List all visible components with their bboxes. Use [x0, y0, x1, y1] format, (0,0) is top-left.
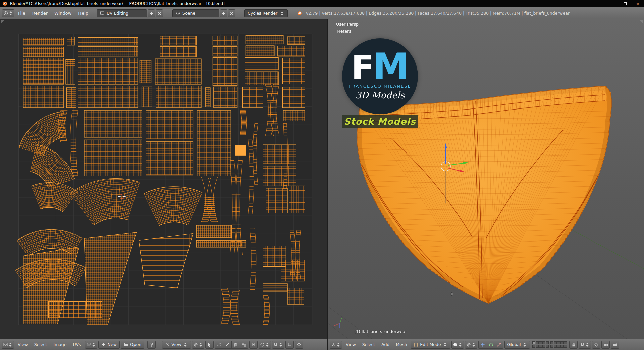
menu-file[interactable]: File: [15, 7, 29, 19]
layer-toggle[interactable]: [536, 341, 539, 344]
scene-selector[interactable]: Scene: [172, 9, 219, 17]
uv-display-label: View: [171, 342, 181, 347]
editor-type-button-info[interactable]: [2, 9, 14, 17]
sticky-select-toggle[interactable]: [249, 341, 258, 349]
layer-toggle[interactable]: [560, 345, 564, 348]
layer-toggle[interactable]: [550, 345, 553, 348]
uv-snap-toggle[interactable]: [272, 341, 284, 349]
opengl-render-anim-button[interactable]: [611, 341, 619, 349]
add-layout-button[interactable]: [148, 9, 155, 17]
manipulator-translate-toggle[interactable]: [478, 341, 487, 349]
shading-sphere-icon: [453, 342, 458, 347]
area-corner-widget[interactable]: [640, 20, 643, 24]
uv-pivot-dropdown[interactable]: [192, 341, 204, 349]
menu-render[interactable]: Render: [29, 7, 51, 19]
editor-type-button-3d[interactable]: [330, 341, 342, 349]
updown-arrows-icon: [280, 11, 284, 16]
opengl-render-image-button[interactable]: [601, 341, 610, 349]
close-button[interactable]: ×: [631, 0, 644, 7]
manipulator-scale-toggle[interactable]: [495, 341, 503, 349]
uv-snap-element-button[interactable]: [285, 341, 294, 349]
plus-icon: [221, 11, 226, 16]
minimize-button[interactable]: [606, 0, 619, 7]
uv-draw-other-objects-toggle[interactable]: [295, 341, 303, 349]
layer-toggle[interactable]: [560, 341, 564, 344]
layer-toggle[interactable]: [532, 345, 535, 348]
proportional-edit-dropdown[interactable]: [259, 341, 271, 349]
add-scene-button[interactable]: [220, 9, 227, 17]
pivot-center-icon: [193, 342, 198, 347]
magnet-icon: [580, 342, 585, 347]
uv-menu-view[interactable]: View: [15, 339, 31, 350]
render-engine-selector[interactable]: Cycles Render: [244, 9, 288, 17]
uv-image-editor: [0, 19, 327, 339]
lock-to-scene-toggle[interactable]: [569, 341, 578, 349]
plus-icon: [101, 342, 106, 347]
title-bar: Blender* [C:\Users\franc\Desktop\flat_br…: [0, 0, 644, 7]
layers-widget[interactable]: [532, 341, 567, 348]
select-vertex-mode-button[interactable]: [215, 341, 223, 349]
layer-toggle[interactable]: [532, 341, 535, 344]
layer-toggle[interactable]: [539, 341, 542, 344]
layer-toggle[interactable]: [554, 341, 557, 344]
menu-help[interactable]: Help: [75, 7, 91, 19]
select-face-mode-button[interactable]: [231, 341, 240, 349]
plus-icon: [149, 11, 154, 16]
manipulator-rotate-toggle[interactable]: [487, 341, 495, 349]
uv-menu-uvs[interactable]: UVs: [70, 339, 84, 350]
screen-layout-icon: [100, 11, 105, 16]
layer-toggle[interactable]: [554, 345, 557, 348]
select-edge-mode-button[interactable]: [223, 341, 231, 349]
area-corner-widget[interactable]: [1, 20, 4, 24]
layer-toggle[interactable]: [546, 345, 549, 348]
mode-dropdown[interactable]: Edit Mode: [411, 341, 450, 349]
fm-letter-f: F: [351, 54, 374, 82]
close-x-icon: [157, 11, 162, 16]
screen-layout-selector[interactable]: UV Editing: [97, 9, 147, 17]
info-header: File Render Window Help UV Editing Scene…: [0, 7, 644, 19]
layer-toggle[interactable]: [546, 341, 549, 344]
main-area: User Persp Meters (1) flat_briefs_underw…: [0, 19, 644, 339]
open-image-button[interactable]: Open: [121, 341, 144, 349]
delete-scene-button[interactable]: [228, 9, 235, 17]
uv-menu-image[interactable]: Image: [51, 339, 69, 350]
snap-element-dropdown-3d[interactable]: [592, 341, 600, 349]
pivot-center-dropdown[interactable]: [465, 341, 477, 349]
object-info-overlay: (1) flat_briefs_underwear: [354, 329, 407, 334]
updown-arrows-icon: [8, 11, 13, 16]
viewport-shading-dropdown[interactable]: [451, 341, 464, 349]
layer-toggle[interactable]: [557, 345, 560, 348]
view3d-menu-add[interactable]: Add: [379, 339, 392, 350]
delete-layout-button[interactable]: [156, 9, 163, 17]
uv-sync-selection-toggle[interactable]: [205, 341, 214, 349]
layer-toggle[interactable]: [550, 341, 553, 344]
pin-image-button[interactable]: [147, 341, 156, 349]
maximize-button[interactable]: [619, 0, 631, 7]
layer-toggle[interactable]: [557, 341, 560, 344]
editor-type-button-uv[interactable]: [2, 341, 14, 349]
layer-toggle[interactable]: [542, 341, 545, 344]
image-editor-icon: [3, 342, 8, 347]
layer-toggle[interactable]: [564, 341, 567, 344]
layer-toggle[interactable]: [536, 345, 539, 348]
updown-arrows-icon: [336, 342, 341, 347]
browse-image-button[interactable]: [85, 341, 97, 349]
layer-toggle[interactable]: [539, 345, 542, 348]
select-island-mode-button[interactable]: [240, 341, 248, 349]
view3d-menu-select[interactable]: Select: [360, 339, 378, 350]
layer-toggle[interactable]: [564, 345, 567, 348]
close-x-icon: [229, 11, 234, 16]
orientation-dropdown[interactable]: Global: [504, 341, 530, 349]
new-image-button[interactable]: New: [98, 341, 120, 349]
menu-window[interactable]: Window: [51, 7, 74, 19]
lock-icon: [571, 342, 576, 347]
fm-subtitle: FRANCESCO MILANESE: [349, 84, 411, 89]
uv-editor-canvas[interactable]: [0, 19, 327, 339]
snap-toggle-3d[interactable]: [579, 341, 591, 349]
layer-toggle[interactable]: [542, 345, 545, 348]
uv-menu-select[interactable]: Select: [32, 339, 50, 350]
stock-models-badge: Stock Models: [342, 115, 418, 128]
uv-display-dropdown[interactable]: View: [162, 341, 191, 349]
view3d-menu-mesh[interactable]: Mesh: [393, 339, 410, 350]
view3d-menu-view[interactable]: View: [343, 339, 359, 350]
